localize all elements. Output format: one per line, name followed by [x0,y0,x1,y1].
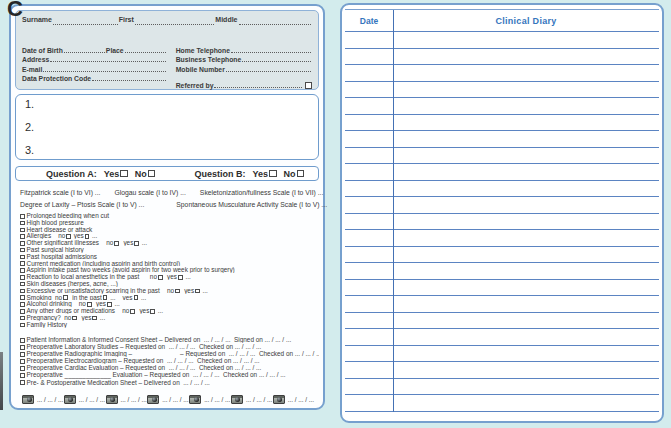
field-label-data-protection-code: Data Protection Code [22,75,91,82]
checkbox[interactable] [103,295,108,300]
photo-date-field[interactable]: ... / ... / ... [204,396,230,403]
checklist-item-excessive-or-unsatisfactory: Excessive or unsatisfactory scarring in … [20,287,319,294]
field-label-e-mail: E-mail [22,66,42,73]
photo-date-group: ... / ... / ... [189,395,230,404]
item-checkbox[interactable] [20,275,25,280]
field-label-business-telephone: Business Telephone [176,56,242,63]
question-b-no-checkbox[interactable] [297,170,305,178]
camera-lens-icon [68,397,73,402]
checkbox[interactable] [150,309,155,314]
checkbox[interactable] [66,234,71,239]
checkbox[interactable] [107,302,112,307]
checklist-item-reaction-to-local-anesthetic: Reaction to local anesthetics in the pas… [20,273,319,280]
first-field-line[interactable] [135,16,215,25]
item-checkbox[interactable] [20,338,25,343]
camera-icon [273,395,285,404]
referred-by-checkbox[interactable] [305,82,312,89]
numbered-line-1[interactable]: 1. [25,98,318,110]
question-b-yes-checkbox[interactable] [269,170,277,178]
numbered-line-2[interactable]: 2. [25,121,318,133]
checkbox[interactable] [85,234,90,239]
item-checkbox[interactable] [20,323,25,328]
checkbox[interactable] [178,275,183,280]
field-label-first: First [119,16,134,26]
date-of-birth-field-line[interactable] [64,52,105,53]
checkbox[interactable] [87,302,92,307]
contact-row: Mobile Number [176,63,312,73]
checklist-item-patient-information-inform: Patient Information & Informed Consent S… [20,336,319,343]
item-checkbox[interactable] [20,380,25,385]
item-checkbox[interactable] [20,228,25,233]
numbered-line-3[interactable]: 3. [25,144,318,156]
checklist-item-any-other-drugs-or-medicatio: Any other drugs or medications no yes ..… [20,307,319,314]
data-protection-code-field-line[interactable] [92,80,166,81]
question-label-question-b: Question B: [194,169,245,179]
question-a-no-checkbox[interactable] [148,170,156,178]
field-label-home-telephone: Home Telephone [176,47,230,54]
item-checkbox[interactable] [20,316,25,321]
place-field-line[interactable] [125,52,166,53]
photo-date-field[interactable]: ... / ... / ... [79,396,105,403]
photo-date-field[interactable]: ... / ... / ... [246,396,272,403]
checkbox[interactable] [158,275,163,280]
item-checkbox[interactable] [20,261,25,266]
photo-date-group: ... / ... / ... [147,395,188,404]
address-field-line[interactable] [50,61,165,62]
contact-row: Home Telephone [176,44,312,54]
field-label-date-of-birth: Date of Birth [22,47,63,54]
camera-lens-icon [235,397,240,402]
item-checkbox[interactable] [20,302,25,307]
diary-column-divider [393,10,394,412]
photo-date-group: ... / ... / ... [64,395,105,404]
checkbox[interactable] [195,289,200,294]
name-field-first: First [119,16,216,26]
checkbox[interactable] [134,295,139,300]
item-checkbox[interactable] [20,295,25,300]
item-checkbox[interactable] [20,309,25,314]
referred-by-row: Referred by [176,80,312,90]
photo-date-field[interactable]: ... / ... / ... [162,396,188,403]
checkbox[interactable] [134,241,139,246]
medical-history-checklist: Prolonged bleeding when cutHigh blood pr… [20,212,319,328]
e-mail-field-line[interactable] [43,71,165,72]
checkbox[interactable] [130,309,135,314]
photo-date-field[interactable]: ... / ... / ... [37,396,63,403]
middle-field-line[interactable] [239,16,312,25]
item-checkbox[interactable] [20,373,25,378]
checkbox[interactable] [114,241,119,246]
checkbox[interactable] [72,316,77,321]
item-checkbox[interactable] [20,282,25,287]
scale-degree-of-laxity-ptosi: Degree of Laxity – Ptosis Scale (I to V)… [20,201,144,208]
checkbox[interactable] [175,289,180,294]
checkbox[interactable] [63,295,68,300]
notes-lines-box: 1.2.3. [15,94,319,160]
item-checkbox[interactable] [20,234,25,239]
questions-box: Question A:YesNoQuestion B:YesNo [15,166,319,181]
surname-field-line[interactable] [53,16,118,25]
item-checkbox[interactable] [20,255,25,260]
item-checkbox[interactable] [20,366,25,371]
referred-by-field-line[interactable] [214,87,302,88]
checklist-item-high-blood-pressure: High blood pressure [20,219,319,226]
item-checkbox[interactable] [20,268,25,273]
item-checkbox[interactable] [20,241,25,246]
question-a-yes-checkbox[interactable] [120,170,128,178]
camera-lens-icon [194,397,199,402]
checkbox[interactable] [92,316,97,321]
field-label-referred-by: Referred by [176,82,214,89]
camera-icon [231,395,243,404]
photo-date-field[interactable]: ... / ... / ... [121,396,147,403]
home-telephone-field-line[interactable] [231,52,311,53]
scale-skeletonization-fullness: Skeletonization/fullness Scale (I to VII… [200,189,324,196]
photo-date-field[interactable]: ... / ... / ... [288,396,314,403]
item-checkbox[interactable] [20,352,25,357]
camera-icon [64,395,76,404]
item-checkbox[interactable] [20,221,25,226]
item-checkbox[interactable] [20,214,25,219]
mobile-number-field-line[interactable] [226,71,311,72]
item-checkbox[interactable] [20,248,25,253]
item-checkbox[interactable] [20,289,25,294]
item-checkbox[interactable] [20,359,25,364]
item-checkbox[interactable] [20,345,25,350]
business-telephone-field-line[interactable] [242,61,311,62]
